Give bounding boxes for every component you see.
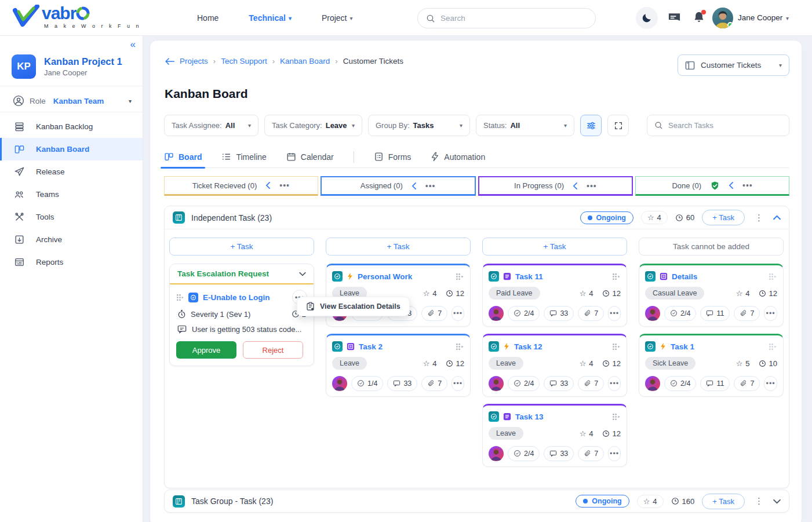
column-in-progress[interactable]: In Progress (0) ••• — [478, 176, 633, 196]
escalation-card[interactable]: Task Escalation Request E-Unable to Logi… — [169, 264, 314, 366]
user-name[interactable]: Jane Cooper — [738, 13, 782, 22]
checklist-pill[interactable]: 2/4 — [508, 376, 540, 391]
task-search-input[interactable] — [668, 121, 778, 130]
checklist-pill[interactable]: 2/4 — [664, 306, 696, 321]
task-title-link[interactable]: Task 12 — [514, 342, 542, 351]
tab-calendar[interactable]: Calendar — [286, 146, 334, 168]
more-button[interactable]: ••• — [451, 306, 464, 321]
view-selector-dropdown[interactable]: Customer Tickets ▾ — [678, 54, 789, 76]
vabro-logo[interactable]: vabr M a k e W o r k F u n — [13, 5, 141, 29]
task-card[interactable]: Task 12 Leave ☆4 12 2/4 33 7 ••• — [482, 334, 627, 397]
chevron-left-icon[interactable] — [412, 182, 417, 189]
more-icon[interactable]: ••• — [742, 181, 753, 190]
drag-handle-icon[interactable] — [612, 273, 621, 280]
add-task-button[interactable]: + Task — [702, 210, 745, 225]
back-arrow-icon[interactable] — [165, 57, 174, 65]
global-search-input[interactable] — [440, 14, 574, 23]
tab-board[interactable]: Board — [164, 146, 202, 168]
more-icon[interactable]: ••• — [279, 181, 290, 190]
filter-task-assignee[interactable]: Task Assignee:All▾ — [164, 115, 258, 136]
tab-forms[interactable]: Forms — [374, 146, 412, 168]
kebab-menu-icon[interactable]: ⋮ — [752, 213, 766, 223]
fullscreen-button[interactable] — [607, 115, 629, 136]
more-icon[interactable]: ••• — [425, 181, 436, 191]
column-assigned[interactable]: Assigned (0) ••• — [321, 176, 476, 196]
add-task-button[interactable]: + Task — [702, 494, 745, 509]
task-title-link[interactable]: Task 2 — [359, 342, 383, 351]
status-badge[interactable]: Ongoing — [576, 495, 629, 508]
drag-handle-icon[interactable] — [456, 343, 464, 351]
assignee-avatar[interactable] — [489, 376, 504, 391]
filter-group-by[interactable]: Group By:Tasks▾ — [368, 115, 470, 136]
nav-home[interactable]: Home — [197, 13, 219, 23]
assignee-avatar[interactable] — [332, 376, 347, 391]
drag-handle-icon[interactable] — [456, 273, 464, 280]
breadcrumb-projects[interactable]: Projects — [180, 57, 208, 65]
task-title-link[interactable]: Details — [672, 272, 697, 281]
attachments-pill[interactable]: 7 — [734, 376, 760, 391]
drag-handle-icon[interactable] — [769, 343, 777, 351]
tab-automation[interactable]: Automation — [431, 146, 485, 168]
task-search[interactable] — [647, 115, 789, 136]
attachments-pill[interactable]: 7 — [421, 306, 447, 321]
sidebar-item-release[interactable]: Release — [0, 160, 143, 183]
sidebar-item-archive[interactable]: Archive — [0, 228, 143, 251]
task-title-link[interactable]: E-Unable to Login — [203, 293, 270, 302]
attachments-pill[interactable]: 7 — [578, 306, 604, 321]
project-header[interactable]: KP Kanban Project 1 Jane Cooper — [12, 54, 122, 79]
task-title-link[interactable]: Task 1 — [671, 342, 694, 351]
comments-pill[interactable]: 33 — [544, 446, 574, 461]
comments-pill[interactable]: 33 — [544, 376, 574, 391]
more-button[interactable]: ••• — [764, 376, 777, 391]
collapse-group-icon[interactable] — [773, 215, 781, 220]
messages-button[interactable] — [668, 12, 681, 24]
task-title-link[interactable]: Task 13 — [515, 413, 544, 421]
approve-button[interactable]: Approve — [176, 341, 236, 359]
sidebar-item-kanban-backlog[interactable]: Kanban Backlog — [0, 115, 143, 138]
filter-status[interactable]: Status:All▾ — [476, 115, 574, 136]
nav-project[interactable]: Project▾ — [322, 13, 353, 23]
attachments-pill[interactable]: 7 — [421, 376, 447, 391]
role-selector[interactable]: Role Kanban Team ▾ — [0, 90, 143, 111]
add-task-button[interactable]: + Task — [326, 238, 471, 255]
comments-pill[interactable]: 11 — [700, 376, 730, 391]
reject-button[interactable]: Reject — [243, 341, 303, 359]
comments-pill[interactable]: 33 — [387, 376, 417, 391]
drag-handle-icon[interactable] — [612, 343, 621, 351]
chevron-down-icon[interactable] — [299, 272, 306, 276]
comments-pill[interactable]: 11 — [700, 306, 730, 321]
attachments-pill[interactable]: 7 — [578, 376, 604, 391]
sidebar-item-reports[interactable]: Reports — [0, 251, 143, 273]
tab-timeline[interactable]: Timeline — [221, 146, 266, 168]
more-button[interactable]: ••• — [608, 446, 621, 461]
escalation-tooltip[interactable]: View Escalation Details — [297, 297, 410, 316]
global-search[interactable] — [417, 8, 596, 28]
add-task-button[interactable]: + Task — [482, 238, 627, 255]
status-badge[interactable]: Ongoing — [580, 211, 633, 224]
attachments-pill[interactable]: 7 — [578, 446, 604, 461]
breadcrumb-tech-support[interactable]: Tech Support — [221, 57, 267, 65]
nav-technical[interactable]: Technical▾ — [249, 13, 292, 23]
task-title-link[interactable]: Personal Work — [358, 272, 412, 281]
column-ticket-received[interactable]: Ticket Recieved (0) ••• — [164, 176, 318, 196]
chevron-left-icon[interactable] — [265, 182, 271, 189]
task-card[interactable]: Details Casual Leave ☆4 12 2/4 11 7 ••• — [639, 264, 784, 327]
assignee-avatar[interactable] — [645, 306, 660, 321]
breadcrumb-kanban-board[interactable]: Kanban Board — [280, 57, 330, 65]
drag-handle-icon[interactable] — [176, 294, 184, 301]
chevron-left-icon[interactable] — [729, 182, 734, 189]
task-card[interactable]: Task 13 Leave ☆4 12 2/4 33 7 ••• — [482, 404, 627, 467]
attachments-pill[interactable]: 7 — [734, 306, 760, 321]
sidebar-item-tools[interactable]: Tools — [0, 206, 143, 228]
checklist-pill[interactable]: 2/4 — [664, 376, 696, 391]
assignee-avatar[interactable] — [489, 446, 504, 461]
drag-handle-icon[interactable] — [612, 413, 621, 421]
assignee-avatar[interactable] — [489, 306, 504, 321]
checklist-pill[interactable]: 2/4 — [508, 446, 540, 461]
add-task-button[interactable]: + Task — [169, 238, 314, 255]
chevron-down-icon[interactable]: ▾ — [786, 15, 789, 21]
user-avatar[interactable] — [712, 8, 733, 28]
task-card[interactable]: Task 11 Paid Leave ☆4 12 2/4 33 7 ••• — [482, 264, 627, 327]
drag-handle-icon[interactable] — [769, 273, 777, 280]
more-button[interactable]: ••• — [608, 306, 621, 321]
